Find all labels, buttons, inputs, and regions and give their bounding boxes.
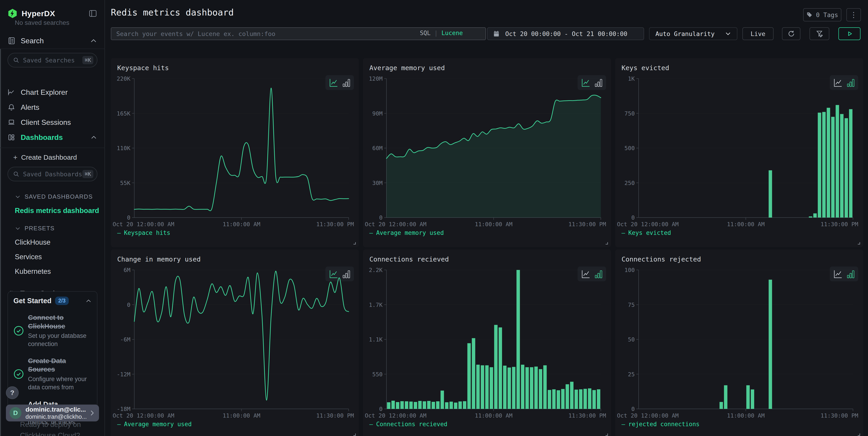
chart-legend[interactable]: — Keys evicted: [622, 229, 671, 236]
area-fill: [386, 95, 601, 217]
bar: [769, 280, 772, 409]
chart-legend[interactable]: — Keyspace hits: [117, 229, 170, 236]
user-menu[interactable]: D dominic.tran@clic... dominic.tran@clic…: [6, 405, 99, 422]
chart-legend[interactable]: — Average memory used: [369, 229, 444, 236]
sidebar-item-clickhouse[interactable]: ClickHouse: [15, 238, 104, 246]
bar: [769, 170, 772, 217]
bar: [526, 367, 529, 409]
y-tick-label: 1.1K: [369, 336, 382, 343]
bar: [476, 365, 480, 409]
sql-toggle[interactable]: SQL: [420, 30, 431, 36]
chart-legend[interactable]: — rejected connections: [622, 421, 700, 428]
legend-dash: —: [117, 421, 121, 428]
help-button[interactable]: ?: [6, 386, 19, 399]
sidebar-item-dashboards[interactable]: Dashboards: [0, 130, 104, 145]
series-line: [134, 88, 349, 211]
bar: [445, 402, 448, 409]
live-button[interactable]: Live: [742, 27, 774, 40]
x-tick-label: Oct 20 12:00:00 AM: [365, 412, 427, 419]
sidebar-item-kubernetes[interactable]: Kubernetes: [15, 267, 104, 275]
y-tick-label: 60M: [372, 145, 382, 151]
date-range-picker[interactable]: Oct 20 00:00:00 - Oct 21 00:00:00: [487, 27, 644, 40]
lucene-toggle[interactable]: Lucene: [441, 30, 463, 36]
saved-searches-input[interactable]: [23, 57, 82, 64]
x-tick-label: 11:00:00 AM: [475, 221, 513, 228]
sidebar-collapse-icon[interactable]: [89, 10, 97, 17]
separator: |: [434, 30, 438, 36]
bar: [507, 368, 511, 409]
get-started-step-connect[interactable]: Connect to ClickHouse Set up your databa…: [13, 313, 92, 348]
kebab-menu-icon[interactable]: ⋮: [846, 8, 861, 22]
resize-handle-icon[interactable]: [352, 433, 356, 436]
bar: [827, 108, 830, 217]
divider: [0, 148, 104, 148]
main-content: Redis metrics dashboard 0 Tags ⋮ SQL | L…: [105, 0, 868, 436]
chevron-up-icon: [91, 135, 97, 140]
bar: [463, 401, 466, 409]
bar: [592, 390, 596, 409]
sidebar-item-alerts[interactable]: Alerts: [0, 100, 104, 115]
y-tick-label: 30M: [372, 180, 382, 186]
bar: [565, 384, 569, 409]
bar: [584, 389, 587, 409]
chevron-up-icon[interactable]: [86, 299, 92, 303]
chart-legend[interactable]: — Connections recieved: [369, 421, 447, 428]
sidebar-item-redis-dashboard[interactable]: Redis metrics dashboard: [15, 207, 104, 215]
y-tick-label: 0: [127, 301, 130, 308]
get-started-step-sources[interactable]: Create Data Sources Configure where your…: [13, 356, 92, 391]
y-tick-label: 500: [624, 145, 635, 151]
legend-dash: —: [369, 229, 373, 236]
bar: [396, 402, 399, 409]
run-query-button[interactable]: [838, 27, 861, 40]
saved-dashboards-header[interactable]: SAVED DASHBOARDS: [15, 193, 104, 200]
get-started-title: Get Started: [13, 297, 52, 305]
bar: [409, 402, 413, 409]
search-icon: [13, 57, 19, 63]
filter-button[interactable]: [809, 27, 829, 40]
chart-legend[interactable]: — Average memory used: [117, 421, 192, 428]
legend-label: Average memory used: [124, 421, 192, 428]
sidebar-item-services[interactable]: Services: [15, 253, 104, 261]
bar: [543, 366, 547, 409]
resize-handle-icon[interactable]: [352, 241, 356, 245]
y-tick-label: 250: [624, 180, 635, 186]
sidebar-item-chart-explorer[interactable]: Chart Explorer: [0, 85, 104, 100]
y-tick-label: 1K: [628, 76, 635, 82]
x-tick-label: 11:00:00 AM: [727, 221, 765, 228]
resize-handle-icon[interactable]: [857, 433, 861, 436]
legend-label: Keyspace hits: [124, 229, 170, 236]
bar: [521, 365, 524, 409]
chevron-up-icon: [90, 38, 97, 43]
resize-handle-icon[interactable]: [857, 241, 861, 245]
y-tick-label: 1.7K: [369, 301, 382, 308]
saved-dashboards-search: ⌘K: [7, 167, 97, 181]
bar: [392, 401, 395, 409]
step-title: Connect to ClickHouse: [28, 313, 92, 330]
y-tick-label: 220K: [117, 76, 130, 82]
bar: [561, 389, 565, 409]
legend-dash: —: [117, 229, 121, 236]
granularity-select[interactable]: Auto Granularity: [649, 27, 737, 40]
bar: [458, 401, 462, 409]
nav-label: Chart Explorer: [21, 88, 68, 96]
y-tick-label: 2.2K: [369, 267, 382, 273]
x-tick-label: 11:30:00 PM: [820, 412, 858, 419]
hyperdx-logo-icon: [7, 8, 18, 19]
resize-handle-icon[interactable]: [605, 433, 608, 436]
bar: [534, 367, 538, 409]
tags-button[interactable]: 0 Tags: [803, 8, 841, 22]
sidebar-item-client-sessions[interactable]: Client Sessions: [0, 115, 104, 130]
user-email: dominic.tran@clickho...: [26, 413, 90, 420]
presets-header[interactable]: PRESETS: [15, 225, 104, 232]
series-line: [134, 271, 349, 400]
bar: [588, 388, 591, 409]
divider: [0, 49, 104, 49]
resize-handle-icon[interactable]: [605, 241, 608, 245]
bar: [720, 402, 723, 409]
nav-label: Dashboards: [21, 133, 63, 142]
y-tick-label: 100: [624, 267, 635, 273]
create-dashboard-button[interactable]: + Create Dashboard: [0, 150, 104, 165]
saved-dashboards-input[interactable]: [23, 171, 82, 178]
refresh-button[interactable]: [782, 27, 800, 40]
sidebar-item-search[interactable]: Search: [0, 33, 104, 48]
